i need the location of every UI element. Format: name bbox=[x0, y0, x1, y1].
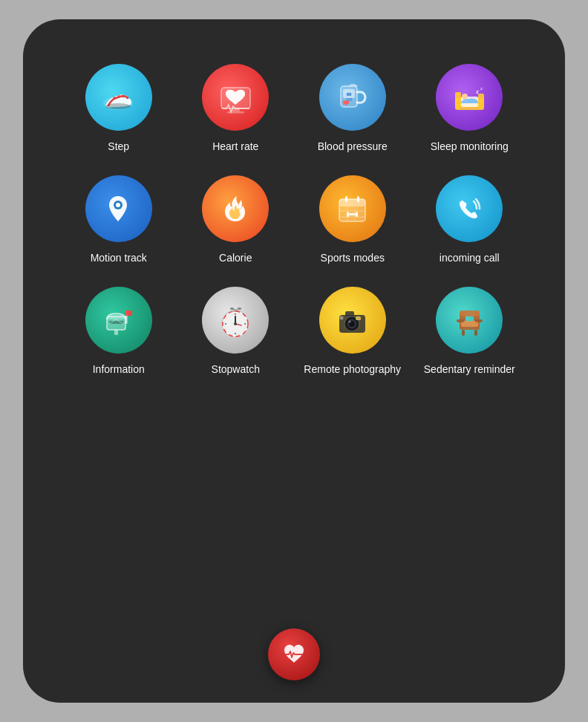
device-container: Step Heart rate bbox=[23, 19, 565, 703]
svg-point-49 bbox=[234, 322, 237, 325]
svg-rect-42 bbox=[238, 308, 241, 310]
remote-label: Remote photography bbox=[304, 362, 401, 376]
svg-point-3 bbox=[122, 94, 125, 97]
svg-rect-68 bbox=[475, 319, 483, 322]
svg-rect-31 bbox=[347, 212, 349, 217]
stopwatch-icon bbox=[202, 287, 269, 354]
svg-point-1 bbox=[113, 97, 116, 100]
motiontrack-app[interactable]: Motion track bbox=[68, 175, 170, 264]
svg-rect-52 bbox=[345, 311, 354, 316]
svg-rect-6 bbox=[232, 108, 240, 111]
svg-rect-13 bbox=[455, 92, 461, 108]
svg-rect-32 bbox=[356, 212, 358, 217]
svg-text:z: z bbox=[480, 86, 483, 91]
sleep-label: Sleep monitoring bbox=[431, 140, 509, 153]
svg-rect-66 bbox=[474, 330, 477, 336]
heartrate-label: Heart rate bbox=[212, 140, 258, 153]
stopwatch-app[interactable]: Stopwatch bbox=[185, 287, 287, 376]
stopwatch-label: Stopwatch bbox=[212, 362, 260, 376]
sports-app[interactable]: Sports modes bbox=[301, 175, 404, 264]
calorie-app[interactable]: Calorie bbox=[185, 175, 287, 264]
sedentary-app[interactable]: Sedentary reminder bbox=[419, 287, 521, 376]
svg-rect-25 bbox=[357, 196, 359, 202]
svg-rect-30 bbox=[349, 213, 356, 215]
svg-rect-58 bbox=[356, 316, 361, 320]
svg-rect-41 bbox=[230, 308, 234, 310]
remote-photo-icon bbox=[319, 287, 386, 354]
heartrate-app[interactable]: Heart rate bbox=[185, 64, 287, 153]
sedentary-label: Sedentary reminder bbox=[424, 362, 515, 376]
bloodpressure-icon: 88 120 bbox=[319, 64, 386, 131]
sedentary-icon bbox=[436, 287, 503, 354]
step-label: Step bbox=[108, 140, 129, 153]
svg-point-4 bbox=[105, 103, 131, 109]
sports-label: Sports modes bbox=[321, 251, 385, 264]
calorie-label: Calorie bbox=[219, 251, 252, 264]
svg-point-59 bbox=[340, 316, 344, 319]
heartrate-icon bbox=[202, 64, 269, 131]
heart-rate-bottom-icon bbox=[281, 641, 307, 668]
svg-rect-14 bbox=[478, 94, 484, 108]
information-app[interactable]: Information bbox=[68, 287, 170, 376]
shoe-icon bbox=[85, 64, 152, 131]
svg-rect-67 bbox=[457, 319, 464, 322]
svg-point-17 bbox=[462, 94, 468, 100]
svg-point-57 bbox=[349, 320, 351, 322]
call-icon bbox=[436, 175, 503, 242]
motiontrack-label: Motion track bbox=[91, 251, 147, 264]
sports-icon bbox=[319, 175, 386, 242]
call-app[interactable]: incoming call bbox=[419, 175, 521, 264]
svg-rect-23 bbox=[339, 199, 365, 206]
information-label: Information bbox=[93, 362, 145, 376]
svg-point-21 bbox=[116, 203, 120, 207]
svg-rect-65 bbox=[462, 330, 465, 336]
svg-rect-36 bbox=[125, 310, 132, 316]
remote-app[interactable]: Remote photography bbox=[301, 287, 404, 376]
information-icon bbox=[85, 287, 152, 354]
heart-rate-bottom-button[interactable] bbox=[268, 628, 320, 680]
step-app[interactable]: Step bbox=[68, 64, 170, 153]
svg-rect-37 bbox=[114, 330, 118, 335]
bloodpressure-app[interactable]: 88 120 Blood pressure bbox=[301, 64, 404, 153]
bloodpressure-label: Blood pressure bbox=[318, 140, 388, 153]
motiontrack-icon bbox=[85, 175, 152, 242]
svg-rect-7 bbox=[227, 111, 244, 114]
svg-rect-24 bbox=[345, 196, 347, 202]
svg-text:z: z bbox=[476, 88, 479, 95]
svg-text:88: 88 bbox=[347, 92, 352, 97]
svg-point-2 bbox=[117, 95, 120, 98]
svg-rect-63 bbox=[460, 310, 480, 316]
call-label: incoming call bbox=[440, 251, 500, 264]
calorie-icon bbox=[202, 175, 269, 242]
sleep-app[interactable]: z z Sleep monitoring bbox=[419, 64, 521, 153]
app-grid: Step Heart rate bbox=[53, 64, 535, 377]
sleep-icon: z z bbox=[436, 64, 503, 131]
